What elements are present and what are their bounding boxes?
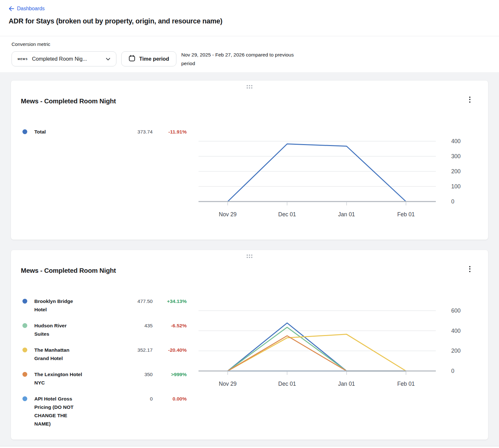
- dashboard-canvas: Mews - Completed Room Night Total 373.74…: [0, 72, 499, 446]
- svg-text:Nov 29: Nov 29: [219, 211, 236, 218]
- svg-text:400: 400: [451, 328, 461, 334]
- svg-text:0: 0: [451, 368, 454, 374]
- legend-value: 435: [82, 322, 153, 330]
- legend-dot: [22, 129, 27, 134]
- legend-dot: [22, 396, 27, 401]
- chart-legend: Total 373.74 -11.91%: [11, 128, 187, 218]
- line-chart-total[interactable]: 0100200300400Nov 29Dec 01Jan 01Feb 01: [199, 137, 481, 218]
- arrow-left-icon: [9, 6, 14, 11]
- svg-text:Jan 01: Jan 01: [338, 211, 355, 218]
- legend-label: Total: [34, 128, 82, 136]
- svg-text:400: 400: [451, 138, 461, 144]
- legend-item[interactable]: The Lexington Hotel NYC 350 >999%: [22, 370, 187, 387]
- svg-text:200: 200: [451, 168, 461, 175]
- legend-label: The Lexington Hotel NYC: [34, 370, 82, 387]
- svg-text:Feb 01: Feb 01: [397, 211, 415, 218]
- legend-dot: [22, 299, 27, 304]
- controls-bar: Conversion metric MEWS Completed Room Ni…: [0, 36, 499, 68]
- conversion-metric-value: Completed Room Nig...: [32, 56, 102, 62]
- legend-item[interactable]: API Hotel Gross Pricing (DO NOT CHANGE T…: [22, 395, 187, 428]
- svg-text:Jan 01: Jan 01: [338, 381, 355, 387]
- date-range-text: Nov 29, 2025 - Feb 27, 2026 compared to …: [181, 50, 302, 68]
- time-period-label: Time period: [139, 56, 169, 62]
- svg-text:600: 600: [451, 307, 461, 314]
- chart-legend: Brooklyn Bridge Hotel 477.50 +34.13% Hud…: [11, 297, 187, 436]
- legend-item[interactable]: Total 373.74 -11.91%: [22, 128, 187, 136]
- line-chart-by-property[interactable]: 0200400600Nov 29Dec 01Jan 01Feb 01: [199, 307, 481, 436]
- legend-label: Hudson River Suites: [34, 322, 82, 338]
- svg-text:Dec 01: Dec 01: [278, 211, 296, 218]
- svg-text:0: 0: [451, 198, 454, 205]
- legend-value: 0: [82, 395, 153, 403]
- legend-change: >999%: [153, 370, 187, 379]
- legend-change: -11.91%: [153, 128, 187, 136]
- drag-handle-icon[interactable]: [245, 253, 254, 259]
- svg-text:200: 200: [451, 348, 461, 354]
- legend-dot: [22, 323, 27, 328]
- chevron-down-icon: [106, 56, 110, 62]
- legend-item[interactable]: The Manhattan Grand Hotel 352.17 -20.40%: [22, 346, 187, 363]
- card-menu-button[interactable]: [465, 94, 475, 105]
- back-to-dashboards-link[interactable]: Dashboards: [9, 6, 45, 12]
- legend-label: The Manhattan Grand Hotel: [34, 346, 82, 363]
- legend-change: -20.40%: [153, 346, 187, 354]
- legend-label: API Hotel Gross Pricing (DO NOT CHANGE T…: [34, 395, 82, 428]
- card-menu-button[interactable]: [465, 263, 475, 274]
- legend-item[interactable]: Brooklyn Bridge Hotel 477.50 +34.13%: [22, 297, 187, 314]
- page-title: ADR for Stays (broken out by property, o…: [9, 17, 487, 25]
- chart-card-total: Mews - Completed Room Night Total 373.74…: [11, 81, 488, 240]
- mews-logo: MEWS: [18, 57, 28, 61]
- legend-value: 373.74: [82, 128, 153, 136]
- legend-label: Brooklyn Bridge Hotel: [34, 297, 82, 314]
- legend-dot: [22, 348, 27, 352]
- chart-card-by-property: Mews - Completed Room Night Brooklyn Bri…: [11, 250, 488, 440]
- drag-handle-icon[interactable]: [245, 84, 254, 90]
- legend-change: 0.00%: [153, 395, 187, 403]
- svg-text:300: 300: [451, 153, 461, 159]
- legend-dot: [22, 372, 27, 377]
- svg-text:Nov 29: Nov 29: [219, 381, 236, 387]
- conversion-metric-dropdown[interactable]: MEWS Completed Room Nig...: [12, 51, 116, 66]
- back-link-label: Dashboards: [17, 6, 45, 12]
- time-period-button[interactable]: Time period: [121, 51, 176, 66]
- legend-value: 477.50: [82, 297, 153, 306]
- svg-text:Dec 01: Dec 01: [278, 381, 296, 387]
- svg-text:100: 100: [451, 183, 461, 190]
- page-header: Dashboards ADR for Stays (broken out by …: [0, 0, 499, 36]
- legend-change: +34.13%: [153, 297, 187, 306]
- calendar-icon: [129, 55, 135, 63]
- legend-value: 352.17: [82, 346, 153, 354]
- legend-value: 350: [82, 370, 153, 379]
- legend-item[interactable]: Hudson River Suites 435 -6.52%: [22, 322, 187, 338]
- legend-change: -6.52%: [153, 322, 187, 330]
- kebab-menu-icon: [469, 266, 470, 272]
- svg-text:Feb 01: Feb 01: [397, 381, 415, 387]
- kebab-menu-icon: [469, 97, 470, 103]
- conversion-metric-label: Conversion metric: [12, 41, 499, 47]
